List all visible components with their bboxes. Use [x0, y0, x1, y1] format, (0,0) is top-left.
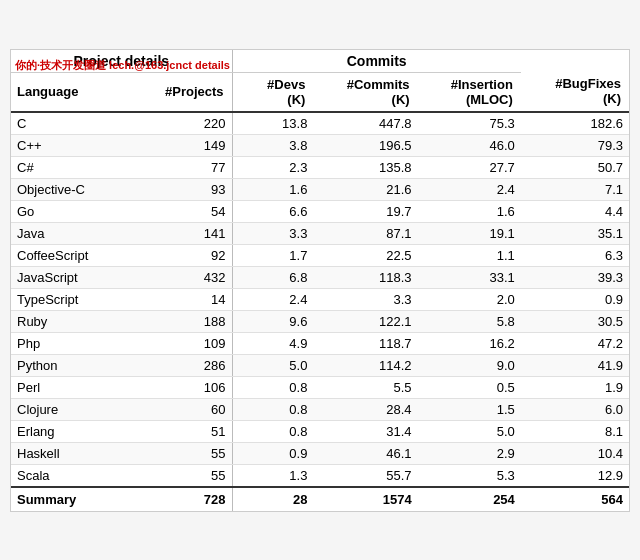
summary-label: Summary	[11, 487, 133, 511]
language-cell: Python	[11, 354, 133, 376]
table-row: Python2865.0114.29.041.9	[11, 354, 629, 376]
table-row: Java1413.387.119.135.1	[11, 222, 629, 244]
bugfixes-cell: 39.3	[521, 266, 629, 288]
insertion-cell: 2.9	[418, 442, 521, 464]
insertion-cell: 27.7	[418, 156, 521, 178]
language-cell: Objective-C	[11, 178, 133, 200]
bugfixes-cell: 12.9	[521, 464, 629, 487]
commits-cell: 21.6	[313, 178, 417, 200]
table-row: C++1493.8196.546.079.3	[11, 134, 629, 156]
table-row: Php1094.9118.716.247.2	[11, 332, 629, 354]
commits-cell: 196.5	[313, 134, 417, 156]
commits-cell: 114.2	[313, 354, 417, 376]
commits-cell: 447.8	[313, 112, 417, 135]
projects-cell: 55	[133, 464, 232, 487]
table-row: Erlang510.831.45.08.1	[11, 420, 629, 442]
insertion-cell: 19.1	[418, 222, 521, 244]
projects-cell: 188	[133, 310, 232, 332]
language-cell: Clojure	[11, 398, 133, 420]
insertion-cell: 2.0	[418, 288, 521, 310]
devs-cell: 1.3	[232, 464, 313, 487]
table-row: CoffeeScript921.722.51.16.3	[11, 244, 629, 266]
bugfixes-cell: 6.3	[521, 244, 629, 266]
devs-cell: 0.9	[232, 442, 313, 464]
devs-cell: 0.8	[232, 376, 313, 398]
insertion-cell: 1.6	[418, 200, 521, 222]
bugfixes-cell: 0.9	[521, 288, 629, 310]
projects-cell: 92	[133, 244, 232, 266]
language-cell: Haskell	[11, 442, 133, 464]
language-cell: Go	[11, 200, 133, 222]
language-cell: C	[11, 112, 133, 135]
summary-row: Summary 728 28 1574 254 564	[11, 487, 629, 511]
language-cell: Ruby	[11, 310, 133, 332]
language-cell: Scala	[11, 464, 133, 487]
insertion-cell: 5.8	[418, 310, 521, 332]
devs-cell: 1.7	[232, 244, 313, 266]
bugfixes-cell: 79.3	[521, 134, 629, 156]
insertion-cell: 0.5	[418, 376, 521, 398]
insertion-cell: 46.0	[418, 134, 521, 156]
language-col-header: Language	[11, 72, 133, 112]
commits-cell: 22.5	[313, 244, 417, 266]
projects-cell: 109	[133, 332, 232, 354]
insertion-cell: 16.2	[418, 332, 521, 354]
table-row: TypeScript142.43.32.00.9	[11, 288, 629, 310]
insertion-col-header: #Insertion(MLOC)	[418, 72, 521, 112]
insertion-cell: 5.0	[418, 420, 521, 442]
table-row: Clojure600.828.41.56.0	[11, 398, 629, 420]
table-row: Scala551.355.75.312.9	[11, 464, 629, 487]
bugfixes-cell: 6.0	[521, 398, 629, 420]
commits-cell: 5.5	[313, 376, 417, 398]
commits-cell: 87.1	[313, 222, 417, 244]
devs-cell: 2.3	[232, 156, 313, 178]
insertion-cell: 9.0	[418, 354, 521, 376]
devs-cell: 5.0	[232, 354, 313, 376]
insertion-cell: 1.5	[418, 398, 521, 420]
devs-cell: 6.6	[232, 200, 313, 222]
bugfixes-cell: 47.2	[521, 332, 629, 354]
commits-cell: 55.7	[313, 464, 417, 487]
table-row: C#772.3135.827.750.7	[11, 156, 629, 178]
devs-cell: 0.8	[232, 420, 313, 442]
table-container: 你的·技术开发圈道 lech.@163.jcnct details Projec…	[10, 49, 630, 512]
projects-cell: 14	[133, 288, 232, 310]
bugfixes-cell: 50.7	[521, 156, 629, 178]
projects-cell: 77	[133, 156, 232, 178]
devs-cell: 0.8	[232, 398, 313, 420]
table-row: Haskell550.946.12.910.4	[11, 442, 629, 464]
language-cell: Php	[11, 332, 133, 354]
insertion-cell: 75.3	[418, 112, 521, 135]
commits-col-header: #Commits(K)	[313, 72, 417, 112]
projects-cell: 106	[133, 376, 232, 398]
summary-commits: 1574	[313, 487, 417, 511]
table-row: Go546.619.71.64.4	[11, 200, 629, 222]
projects-cell: 93	[133, 178, 232, 200]
projects-cell: 220	[133, 112, 232, 135]
projects-cell: 432	[133, 266, 232, 288]
commits-cell: 118.7	[313, 332, 417, 354]
devs-cell: 13.8	[232, 112, 313, 135]
insertion-cell: 1.1	[418, 244, 521, 266]
devs-cell: 3.8	[232, 134, 313, 156]
projects-col-header: #Projects	[133, 72, 232, 112]
insertion-cell: 2.4	[418, 178, 521, 200]
column-header-row: Language #Projects #Devs(K) #Commits(K) …	[11, 72, 629, 112]
devs-cell: 1.6	[232, 178, 313, 200]
devs-cell: 6.8	[232, 266, 313, 288]
commits-cell: 135.8	[313, 156, 417, 178]
devs-col-header: #Devs(K)	[232, 72, 313, 112]
language-cell: C#	[11, 156, 133, 178]
projects-cell: 51	[133, 420, 232, 442]
language-cell: JavaScript	[11, 266, 133, 288]
projects-cell: 141	[133, 222, 232, 244]
projects-cell: 54	[133, 200, 232, 222]
bugfixes-cell: 8.1	[521, 420, 629, 442]
commits-cell: 3.3	[313, 288, 417, 310]
watermark: 你的·技术开发圈道 lech.@163.jcnct details	[15, 58, 230, 73]
language-cell: Erlang	[11, 420, 133, 442]
projects-cell: 60	[133, 398, 232, 420]
language-cell: TypeScript	[11, 288, 133, 310]
bugfixes-cell: 1.9	[521, 376, 629, 398]
table-body: C22013.8447.875.3182.6C++1493.8196.546.0…	[11, 112, 629, 487]
